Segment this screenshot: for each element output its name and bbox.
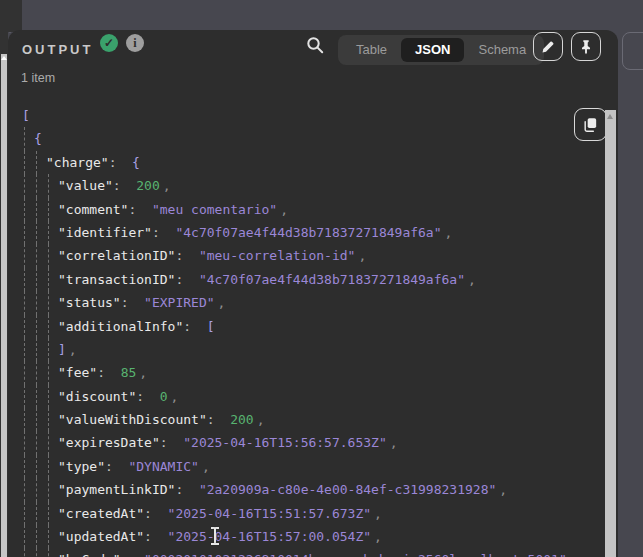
json-token: "4c70f07ae4f44d38b71837271849af6a" (199, 272, 465, 287)
json-token: , (69, 342, 77, 357)
json-token: : (109, 155, 132, 170)
tab-table[interactable]: Table (342, 38, 401, 62)
indent-guide-icon (24, 408, 25, 431)
indent-guide-icon (24, 198, 25, 221)
success-check-icon: ✓ (100, 34, 118, 52)
pencil-icon (540, 39, 556, 55)
json-token: "charge" (46, 155, 109, 170)
json-token: : (113, 178, 136, 193)
json-line: { (8, 127, 618, 150)
left-panel-scrollbar[interactable] (1, 54, 7, 557)
json-token: "expiresDate" (58, 435, 160, 450)
json-token: , (257, 412, 265, 427)
json-token: "type" (58, 459, 105, 474)
pin-data-button[interactable] (571, 32, 601, 61)
indent-guide-icon (36, 408, 37, 431)
indent-guide-icon (36, 548, 37, 557)
json-token: "transactionID" (58, 272, 175, 287)
json-line: "type": "DYNAMIC", (8, 455, 618, 478)
indent-guide-icon (48, 291, 49, 314)
json-token: [ (207, 319, 215, 334)
scroll-up-icon[interactable] (1, 56, 7, 60)
info-icon[interactable]: i (126, 34, 144, 52)
indent-guide-icon (24, 431, 25, 454)
indent-guide-icon (24, 268, 25, 291)
indent-guide-icon (36, 291, 37, 314)
json-token: , (445, 225, 453, 240)
edit-output-button[interactable] (533, 32, 563, 61)
json-token: "comment" (58, 202, 128, 217)
json-token: "EXPIRED" (144, 295, 214, 310)
copy-output-button[interactable] (574, 108, 607, 141)
json-token: : (144, 529, 167, 544)
indent-guide-icon (48, 525, 49, 548)
json-token: { (34, 131, 42, 146)
indent-guide-icon (48, 478, 49, 501)
json-line: "identifier": "4c70f07ae4f44d38b71837271… (8, 221, 618, 244)
json-token: "DYNAMIC" (128, 459, 198, 474)
panel-title: OUTPUT (22, 42, 93, 57)
json-token: "2025-04-16T15:57:00.054Z" (168, 529, 372, 544)
indent-guide-icon (36, 431, 37, 454)
json-line: "comment": "meu comentario", (8, 198, 618, 221)
output-scrollbar[interactable] (605, 110, 616, 557)
json-token: : (97, 365, 120, 380)
json-line: "paymentLinkID": "2a20909a-c80e-4e00-84e… (8, 478, 618, 501)
indent-guide-icon (36, 174, 37, 197)
json-token: "2025-04-16T15:56:57.653Z" (183, 435, 387, 450)
indent-guide-icon (48, 408, 49, 431)
tab-schema[interactable]: Schema (464, 38, 540, 62)
json-token: "brCode" (58, 552, 121, 557)
json-token: 85 (121, 365, 137, 380)
json-token: { (132, 155, 140, 170)
indent-guide-icon (36, 455, 37, 478)
json-token: : (175, 248, 198, 263)
indent-guide-icon (24, 174, 25, 197)
search-button[interactable] (302, 32, 328, 58)
json-token: "meu-correlation-id" (199, 248, 356, 263)
scroll-up-icon[interactable] (607, 114, 613, 119)
indent-guide-icon (48, 174, 49, 197)
json-line: "createdAt": "2025-04-16T15:51:57.673Z", (8, 502, 618, 525)
indent-guide-icon (48, 338, 49, 361)
indent-guide-icon (24, 151, 25, 174)
json-token: : (121, 552, 144, 557)
indent-guide-icon (36, 361, 37, 384)
json-token: , (374, 529, 382, 544)
indent-guide-icon (24, 221, 25, 244)
json-line: "updatedAt": "2025-04-16T15:57:00.054Z", (8, 525, 618, 548)
json-token: , (218, 295, 226, 310)
json-line: ], (8, 338, 618, 361)
indent-guide-icon (36, 244, 37, 267)
json-token: "4c70f07ae4f44d38b71837271849af6a" (175, 225, 441, 240)
json-line: "discount": 0, (8, 385, 618, 408)
json-token: 0 (160, 389, 168, 404)
json-token: "valueWithDiscount" (58, 412, 207, 427)
json-line: "valueWithDiscount": 200, (8, 408, 618, 431)
json-token: , (499, 482, 507, 497)
workflow-canvas: OUTPUT ✓ i Table JSON Schema (0, 0, 643, 557)
output-view-tabs: Table JSON Schema (338, 35, 544, 65)
indent-guide-icon (48, 502, 49, 525)
json-token: "additionalInfo" (58, 319, 183, 334)
indent-guide-icon (48, 431, 49, 454)
indent-guide-icon (48, 244, 49, 267)
json-line: "transactionID": "4c70f07ae4f44d38b71837… (8, 268, 618, 291)
indent-guide-icon (36, 525, 37, 548)
indent-guide-icon (36, 221, 37, 244)
copy-icon (582, 116, 599, 133)
indent-guide-icon (24, 127, 25, 150)
indent-guide-icon (48, 385, 49, 408)
indent-guide-icon (48, 315, 49, 338)
json-token: , (171, 389, 179, 404)
json-token: , (163, 178, 171, 193)
json-token: "00020101021226810014br.gov.bcb.pix2560l… (144, 552, 567, 557)
indent-guide-icon (36, 151, 37, 174)
json-line: "value": 200, (8, 174, 618, 197)
indent-guide-icon (24, 338, 25, 361)
indent-guide-icon (36, 268, 37, 291)
tab-json[interactable]: JSON (401, 38, 464, 62)
json-line: "fee": 85, (8, 361, 618, 384)
indent-guide-icon (24, 478, 25, 501)
json-token: , (374, 506, 382, 521)
